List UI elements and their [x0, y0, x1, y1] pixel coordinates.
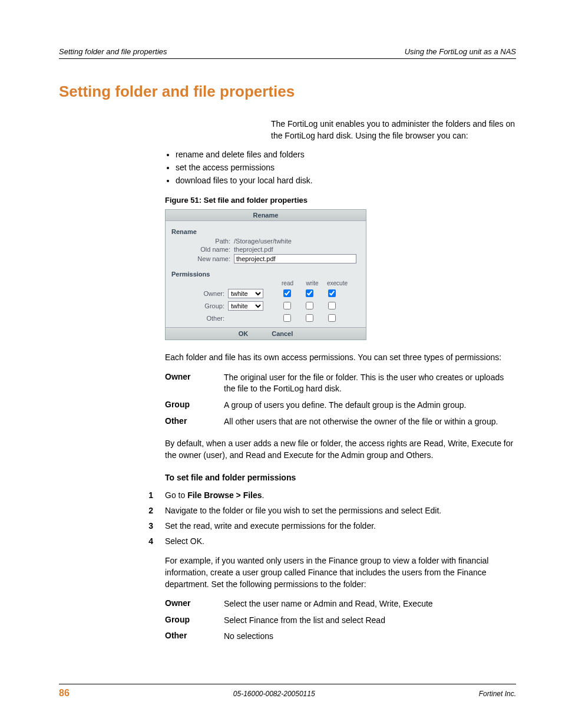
step-number: 2	[135, 506, 153, 515]
page-footer: 86 05-16000-0082-20050115 Fortinet Inc.	[59, 684, 516, 699]
def-row: Group A group of users you define. The d…	[165, 400, 516, 411]
intro-bullets: rename and delete files and folders set …	[165, 150, 516, 185]
col-read: read	[277, 280, 297, 286]
oldname-label: Old name:	[183, 246, 234, 253]
page-title: Setting folder and file properties	[59, 83, 516, 101]
group-read-checkbox[interactable]	[283, 302, 291, 309]
def-row: Other No selections	[165, 631, 516, 643]
def-term: Other	[165, 416, 224, 428]
def-term: Other	[165, 631, 224, 643]
def-row: Owner The original user for the file or …	[165, 372, 516, 395]
definitions-2: Owner Select the user name or Admin and …	[165, 598, 516, 643]
other-read-checkbox[interactable]	[283, 314, 291, 322]
step-number: 3	[135, 521, 153, 531]
newname-input[interactable]	[234, 254, 356, 263]
dialog-body: Rename Path: /Storage/user/twhite Old na…	[166, 221, 366, 327]
step-number: 4	[135, 536, 153, 546]
oldname-value: theproject.pdf	[234, 246, 273, 253]
header-left: Setting folder and file properties	[59, 47, 167, 56]
step-pre: Go to	[165, 490, 187, 500]
step-text: Set the read, write and execute permissi…	[165, 521, 516, 531]
bullet-item: rename and delete files and folders	[176, 150, 516, 159]
running-header: Setting folder and file properties Using…	[59, 47, 516, 59]
intro-block: The FortiLog unit enables you to adminis…	[165, 118, 516, 364]
owner-read-checkbox[interactable]	[283, 289, 291, 297]
def-desc: No selections	[224, 631, 516, 643]
owner-write-checkbox[interactable]	[306, 289, 313, 297]
perm-row-other: Other:	[195, 312, 360, 324]
step-number: 1	[135, 490, 153, 500]
step-row: 2 Navigate to the folder or file you wis…	[165, 506, 516, 515]
def-row: Group Select Finance from the list and s…	[165, 615, 516, 627]
path-value: /Storage/user/twhite	[234, 238, 292, 245]
rename-dialog: Rename Rename Path: /Storage/user/twhite…	[165, 209, 366, 340]
perm-header-row: read write execute	[277, 280, 360, 286]
example-paragraph: For example, if you wanted only users in…	[165, 555, 516, 590]
footer-company: Fortinet Inc.	[479, 690, 516, 698]
def-row: Other All other users that are not other…	[165, 416, 516, 428]
step-text: Select OK.	[165, 536, 516, 546]
step-text: Navigate to the folder or file you wish …	[165, 506, 516, 515]
rename-section-label: Rename	[171, 228, 360, 235]
group-select[interactable]: twhite	[228, 301, 263, 311]
permissions-grid: read write execute Owner: twhite	[195, 280, 360, 324]
def-term: Owner	[165, 372, 224, 395]
col-exec: execute	[327, 280, 347, 286]
col-write: write	[302, 280, 322, 286]
procedure-heading: To set file and folder permissions	[165, 473, 516, 482]
step-bold: File Browse > Files	[187, 490, 262, 500]
procedure-steps: 1 Go to File Browse > Files. 2 Navigate …	[165, 490, 516, 546]
def-term: Group	[165, 615, 224, 627]
after-figure-text: Each folder and file has its own access …	[165, 352, 516, 364]
ok-button[interactable]: OK	[239, 330, 249, 337]
other-write-checkbox[interactable]	[306, 314, 313, 322]
page-number: 86	[59, 688, 70, 699]
dialog-title: Rename	[166, 210, 366, 221]
bullet-item: set the access permissions	[176, 163, 516, 172]
owner-exec-checkbox[interactable]	[328, 289, 336, 297]
def-term: Group	[165, 400, 224, 411]
figure-caption: Figure 51: Set file and folder propertie…	[165, 196, 516, 205]
def-desc: The original user for the file or folder…	[224, 372, 516, 395]
group-label: Group:	[195, 302, 224, 309]
page: Setting folder and file properties Using…	[0, 0, 562, 728]
header-right: Using the FortiLog unit as a NAS	[405, 47, 516, 56]
permissions-section-label: Permissions	[171, 271, 360, 278]
perm-row-owner: Owner: twhite	[195, 288, 360, 299]
owner-label: Owner:	[195, 290, 224, 297]
step-row: 1 Go to File Browse > Files.	[165, 490, 516, 500]
definitions-1: Owner The original user for the file or …	[165, 372, 516, 427]
def-desc: A group of users you define. The default…	[224, 400, 516, 411]
def-row: Owner Select the user name or Admin and …	[165, 598, 516, 610]
default-perms-text: By default, when a user adds a new file …	[165, 438, 516, 461]
step-post: .	[262, 490, 265, 500]
footer-doc-id: 05-16000-0082-20050115	[233, 690, 315, 698]
newname-label: New name:	[183, 255, 234, 262]
def-desc: Select the user name or Admin and Read, …	[224, 598, 516, 610]
other-exec-checkbox[interactable]	[328, 314, 336, 322]
other-label: Other:	[195, 315, 224, 322]
step-row: 3 Set the read, write and execute permis…	[165, 521, 516, 531]
def-term: Owner	[165, 598, 224, 610]
dialog-buttons: OK Cancel	[166, 327, 366, 340]
group-write-checkbox[interactable]	[306, 302, 313, 309]
def-desc: Select Finance from the list and select …	[224, 615, 516, 627]
intro-text: The FortiLog unit enables you to adminis…	[271, 118, 516, 141]
def-desc: All other users that are not otherwise t…	[224, 416, 516, 428]
owner-select[interactable]: twhite	[228, 289, 263, 298]
cancel-button[interactable]: Cancel	[272, 330, 293, 337]
perm-row-group: Group: twhite	[195, 300, 360, 311]
step-text: Go to File Browse > Files.	[165, 490, 516, 500]
bullet-item: download files to your local hard disk.	[176, 176, 516, 185]
path-label: Path:	[183, 238, 234, 245]
group-exec-checkbox[interactable]	[328, 302, 336, 309]
step-row: 4 Select OK.	[165, 536, 516, 546]
